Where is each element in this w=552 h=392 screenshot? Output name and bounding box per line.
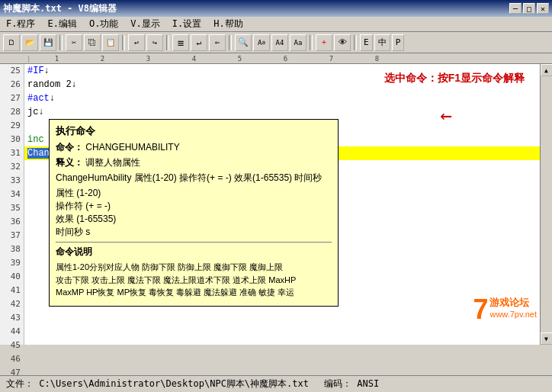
menu-help[interactable]: H.帮助 xyxy=(210,16,246,32)
code-line-44 xyxy=(24,325,540,339)
copy-button[interactable]: ⿻ xyxy=(84,34,101,51)
line-num-43: 43 xyxy=(0,311,24,325)
align1-button[interactable]: ≡ xyxy=(172,34,189,51)
toolbar-separator-6 xyxy=(354,35,357,50)
vertical-scrollbar[interactable]: ▲ ▼ xyxy=(540,64,552,345)
menu-file[interactable]: F.程序 xyxy=(3,16,38,32)
line-num-40: 40 xyxy=(0,270,24,284)
p-button[interactable]: P xyxy=(392,34,405,51)
plus-button[interactable]: + xyxy=(316,34,332,51)
tooltip-section2-title: 命令说明 xyxy=(56,246,332,259)
line-num-33: 33 xyxy=(0,174,24,188)
line-num-25: 25 xyxy=(0,64,24,78)
menu-bar: F.程序 E.编辑 O.功能 V.显示 I.设置 H.帮助 xyxy=(0,17,552,32)
toolbar-separator-5 xyxy=(310,35,313,50)
line-num-28: 28 xyxy=(0,105,24,119)
new-button[interactable]: 🗋 xyxy=(3,34,20,51)
status-encoding: 编码： ANSI xyxy=(324,378,379,390)
code-editor[interactable]: #IF↓ random 2↓ #act↓ jc↓ inc U1 1↓ Chang… xyxy=(24,64,540,345)
menu-settings[interactable]: I.设置 xyxy=(169,16,204,32)
line-num-34: 34 xyxy=(0,188,24,201)
line-num-29: 29 xyxy=(0,119,24,133)
scroll-track[interactable] xyxy=(541,76,552,333)
watermark: 7 游戏论坛 www.7pv.net xyxy=(473,296,537,323)
minimize-button[interactable]: ─ xyxy=(509,3,522,14)
tooltip-section2-label: 命令说明 xyxy=(56,246,92,257)
line-num-31: 31 xyxy=(0,146,24,160)
tooltip-syntax-text: ChangeHumAbility 属性(1-20) 操作符(+ = -) 效果(… xyxy=(56,172,322,183)
align2-button[interactable]: ↵ xyxy=(191,34,207,51)
line-num-46: 46 xyxy=(0,352,24,366)
keyword-act-27: #act xyxy=(27,93,50,104)
tooltip-command-value: CHANGEHUMABILITY xyxy=(85,142,179,153)
status-encoding-value: ANSI xyxy=(357,378,379,389)
tooltip-description: 属性1-20分别对应人物 防御下限 防御上限 魔御下限 魔御上限 攻击下限 攻击… xyxy=(56,261,332,299)
line-num-30: 30 xyxy=(0,133,24,146)
status-encoding-label: 编码： xyxy=(324,378,351,389)
ruler-mark-7: 7 xyxy=(308,55,354,63)
line-num-35: 35 xyxy=(0,201,24,215)
binoculars-button[interactable]: 👁 xyxy=(334,34,351,51)
line-num-45: 45 xyxy=(0,339,24,352)
line-num-38: 38 xyxy=(0,243,24,256)
ruler-marks: 1 2 3 4 5 6 7 8 xyxy=(34,55,400,63)
line-num-39: 39 xyxy=(0,256,24,270)
menu-view[interactable]: V.显示 xyxy=(127,16,162,32)
ruler-mark-1: 1 xyxy=(34,55,79,63)
code-line-45 xyxy=(24,339,540,345)
code-line-28: jc↓ xyxy=(24,105,540,119)
line-num-41: 41 xyxy=(0,284,24,297)
line-num-32: 32 xyxy=(0,160,24,174)
status-file: 文件： C:\Users\Administrator\Desktop\NPC脚本… xyxy=(6,378,309,390)
open-button[interactable]: 📂 xyxy=(21,34,38,51)
redo-button[interactable]: ↪ xyxy=(146,34,163,51)
keyword-if-25: #IF xyxy=(27,66,44,76)
watermark-number: 7 xyxy=(473,296,488,323)
menu-function[interactable]: O.功能 xyxy=(86,16,121,32)
arrow-icon: ← xyxy=(440,104,452,127)
save-button[interactable]: 💾 xyxy=(40,34,56,51)
tooltip-param-2: 操作符 (+ = -) xyxy=(56,200,332,213)
status-bar: 文件： C:\Users\Administrator\Desktop\NPC脚本… xyxy=(0,375,552,392)
search-button[interactable]: 🔍 xyxy=(235,34,252,51)
e-button[interactable]: E xyxy=(360,34,373,51)
scroll-up-button[interactable]: ▲ xyxy=(541,64,553,76)
status-file-label: 文件： xyxy=(6,378,34,389)
title-bar: 神魔脚本.txt - V8编辑器 ─ □ ✕ xyxy=(0,0,552,17)
toolbar-separator-4 xyxy=(229,35,232,50)
watermark-site2: www.7pv.net xyxy=(489,310,537,319)
undo-button[interactable]: ↩ xyxy=(128,34,145,51)
maximize-button[interactable]: □ xyxy=(523,3,535,14)
case-button[interactable]: Aa xyxy=(290,34,306,51)
size-button[interactable]: A4 xyxy=(271,34,288,51)
paste-button[interactable]: 📋 xyxy=(102,34,119,51)
toolbar-separator-2 xyxy=(122,35,125,50)
ruler-mark-8: 8 xyxy=(354,55,400,63)
tooltip-command-line: 命令： CHANGEHUMABILITY xyxy=(56,141,332,154)
close-button[interactable]: ✕ xyxy=(537,3,549,14)
align3-button[interactable]: ⇐ xyxy=(209,34,226,51)
tooltip-meaning-label: 释义： xyxy=(56,157,83,168)
line-num-26: 26 xyxy=(0,78,24,92)
toolbar: 🗋 📂 💾 ✂ ⿻ 📋 ↩ ↪ ≡ ↵ ⇐ 🔍 Aa A4 Aa + 👁 E 中… xyxy=(0,32,552,53)
tooltip-param-1: 属性 (1-20) xyxy=(56,187,332,200)
command-tooltip: 执行命令 命令： CHANGEHUMABILITY 释义： 调整人物属性 Cha… xyxy=(49,119,339,307)
scroll-down-button[interactable]: ▼ xyxy=(541,333,553,345)
editor-area: 25 26 27 28 29 30 31 32 33 34 35 36 37 3… xyxy=(0,64,552,345)
line-numbers: 25 26 27 28 29 30 31 32 33 34 35 36 37 3… xyxy=(0,64,24,345)
tooltip-command-label: 命令： xyxy=(56,142,83,153)
tooltip-divider xyxy=(56,242,332,243)
ruler-mark-4: 4 xyxy=(171,55,217,63)
window-title: 神魔脚本.txt - V8编辑器 xyxy=(3,2,117,15)
menu-edit[interactable]: E.编辑 xyxy=(44,16,79,32)
ruler: | 1 2 3 4 5 6 7 8 xyxy=(0,53,552,64)
tooltip-param-3: 效果 (1-65535) xyxy=(56,213,332,226)
window-controls: ─ □ ✕ xyxy=(509,3,549,14)
tooltip-meaning-line: 释义： 调整人物属性 xyxy=(56,156,332,169)
cut-button[interactable]: ✂ xyxy=(66,34,82,51)
zhong-button[interactable]: 中 xyxy=(374,34,390,51)
line-num-42: 42 xyxy=(0,297,24,311)
inc-keyword: inc xyxy=(27,134,44,145)
tooltip-param-4: 时间秒 s xyxy=(56,226,332,239)
font-button[interactable]: Aa xyxy=(253,34,270,51)
